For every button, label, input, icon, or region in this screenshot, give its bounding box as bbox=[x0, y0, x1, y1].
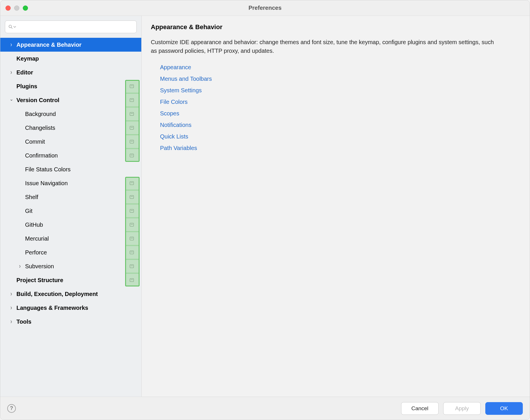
body: Appearance & BehaviorKeymapEditorPlugins… bbox=[0, 16, 530, 397]
subpage-link[interactable]: Path Variables bbox=[160, 142, 520, 154]
tree-item-label: Git bbox=[25, 208, 125, 214]
content-pane: Appearance & Behavior Customize IDE appe… bbox=[142, 16, 530, 397]
search-input[interactable] bbox=[18, 24, 134, 30]
tree-item-plugins[interactable]: Plugins bbox=[0, 79, 141, 93]
project-scope-icon bbox=[130, 237, 134, 240]
tree-item-label: GitHub bbox=[25, 222, 125, 228]
tree-item-label: Plugins bbox=[16, 83, 125, 90]
tree-item-label: Editor bbox=[16, 69, 125, 76]
tree-item-label: Commit bbox=[25, 138, 125, 145]
tree-item-appearance[interactable]: Appearance & Behavior bbox=[0, 38, 141, 52]
window-title: Preferences bbox=[0, 5, 530, 11]
dropdown-icon[interactable] bbox=[13, 25, 16, 28]
chevron-right-icon[interactable] bbox=[7, 70, 15, 75]
search-icon bbox=[8, 24, 13, 29]
tree-item-label: Confirmation bbox=[25, 152, 125, 159]
project-scope-icon bbox=[130, 195, 134, 199]
tree-item-vcs-github[interactable]: GitHub bbox=[0, 218, 141, 232]
tree-item-label: Version Control bbox=[16, 97, 125, 104]
project-scope-icon bbox=[130, 140, 134, 143]
tree-item-label: Languages & Frameworks bbox=[16, 305, 125, 311]
tree-item-vcs[interactable]: Version Control bbox=[0, 93, 141, 107]
search-wrap bbox=[0, 16, 141, 38]
tree-item-keymap[interactable]: Keymap bbox=[0, 52, 141, 65]
subpage-link[interactable]: Notifications bbox=[160, 119, 520, 131]
chevron-down-icon[interactable] bbox=[7, 97, 15, 103]
subpage-link[interactable]: System Settings bbox=[160, 85, 520, 96]
project-scope-icon bbox=[130, 223, 134, 226]
svg-line-1 bbox=[11, 27, 12, 29]
tree-item-vcs-filestatus[interactable]: File Status Colors bbox=[0, 162, 141, 176]
chevron-right-icon[interactable] bbox=[7, 291, 15, 297]
chevron-right-icon[interactable] bbox=[7, 319, 15, 324]
tree-item-label: Issue Navigation bbox=[25, 180, 125, 187]
tree-item-label: Build, Execution, Deployment bbox=[16, 291, 125, 297]
tree-item-vcs-changelists[interactable]: Changelists bbox=[0, 121, 141, 135]
chevron-right-icon[interactable] bbox=[7, 42, 15, 47]
tree-item-vcs-git[interactable]: Git bbox=[0, 204, 141, 218]
tree-item-vcs-shelf[interactable]: Shelf bbox=[0, 190, 141, 204]
tree-item-projstruct[interactable]: Project Structure bbox=[0, 273, 141, 287]
settings-tree: Appearance & BehaviorKeymapEditorPlugins… bbox=[0, 38, 141, 397]
links-list: AppearanceMenus and ToolbarsSystem Setti… bbox=[151, 61, 520, 154]
tree-item-label: Keymap bbox=[16, 55, 125, 62]
help-button[interactable]: ? bbox=[7, 404, 16, 413]
tree-item-label: Project Structure bbox=[16, 277, 125, 284]
ok-button[interactable]: OK bbox=[485, 402, 523, 415]
tree-item-vcs-commit[interactable]: Commit bbox=[0, 135, 141, 149]
tree-item-label: Background bbox=[25, 111, 125, 117]
page-description: Customize IDE appearance and behavior: c… bbox=[151, 38, 497, 55]
subpage-link[interactable]: Appearance bbox=[160, 61, 520, 73]
tree-item-vcs-bg[interactable]: Background bbox=[0, 107, 141, 121]
project-scope-icon bbox=[130, 209, 134, 213]
tree-item-vcs-svn[interactable]: Subversion bbox=[0, 259, 141, 273]
subpage-link[interactable]: Scopes bbox=[160, 108, 520, 119]
tree-item-label: Changelists bbox=[25, 125, 125, 131]
tree-item-lang[interactable]: Languages & Frameworks bbox=[0, 301, 141, 315]
project-scope-icon bbox=[130, 265, 134, 268]
tree-item-vcs-issuenav[interactable]: Issue Navigation bbox=[0, 176, 141, 190]
sidebar: Appearance & BehaviorKeymapEditorPlugins… bbox=[0, 16, 142, 397]
cancel-button[interactable]: Cancel bbox=[401, 402, 439, 415]
project-scope-icon bbox=[130, 278, 134, 282]
tree-item-tools[interactable]: Tools bbox=[0, 315, 141, 329]
chevron-right-icon[interactable] bbox=[7, 305, 15, 310]
project-scope-icon bbox=[130, 112, 134, 116]
project-scope-icon bbox=[130, 85, 134, 88]
footer: ? Cancel Apply OK bbox=[0, 397, 530, 420]
tree-item-label: Shelf bbox=[25, 194, 125, 200]
chevron-right-icon[interactable] bbox=[16, 264, 24, 269]
subpage-link[interactable]: File Colors bbox=[160, 96, 520, 108]
project-scope-icon bbox=[130, 154, 134, 157]
project-scope-icon bbox=[130, 251, 134, 254]
search-box[interactable] bbox=[5, 20, 137, 33]
tree-item-label: Perforce bbox=[25, 249, 125, 256]
tree-item-vcs-p4[interactable]: Perforce bbox=[0, 245, 141, 259]
tree-item-vcs-hg[interactable]: Mercurial bbox=[0, 232, 141, 245]
project-scope-icon bbox=[130, 98, 134, 102]
subpage-link[interactable]: Quick Lists bbox=[160, 131, 520, 142]
page-heading: Appearance & Behavior bbox=[151, 23, 520, 31]
tree-item-editor[interactable]: Editor bbox=[0, 65, 141, 79]
subpage-link[interactable]: Menus and Toolbars bbox=[160, 73, 520, 85]
tree-item-label: Tools bbox=[16, 318, 125, 325]
tree-item-label: File Status Colors bbox=[25, 166, 125, 173]
svg-point-0 bbox=[9, 25, 12, 28]
tree-item-build[interactable]: Build, Execution, Deployment bbox=[0, 287, 141, 301]
preferences-window: Preferences Appearance & BehaviorKeymapE… bbox=[0, 0, 530, 420]
tree-item-label: Appearance & Behavior bbox=[16, 42, 125, 48]
tree-item-vcs-confirm[interactable]: Confirmation bbox=[0, 149, 141, 162]
tree-item-label: Mercurial bbox=[25, 235, 125, 242]
titlebar: Preferences bbox=[0, 0, 530, 16]
apply-button[interactable]: Apply bbox=[443, 402, 481, 415]
project-scope-icon bbox=[130, 181, 134, 185]
project-scope-icon bbox=[130, 126, 134, 130]
tree-item-label: Subversion bbox=[25, 263, 125, 270]
